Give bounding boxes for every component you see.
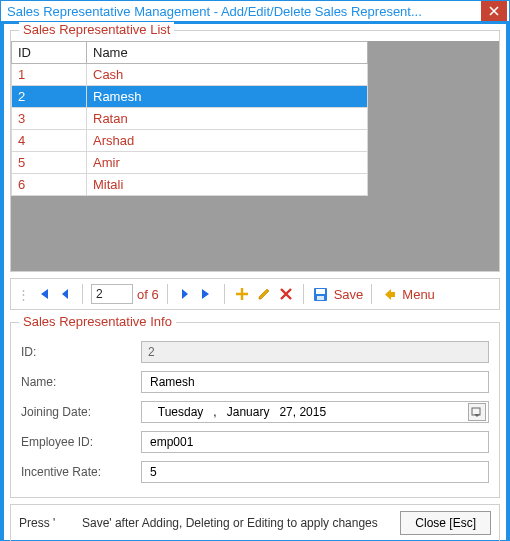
window-title: Sales Representative Management - Add/Ed… bbox=[7, 4, 422, 19]
delete-icon bbox=[279, 287, 293, 301]
floppy-icon bbox=[313, 287, 328, 302]
edit-button[interactable] bbox=[255, 285, 273, 303]
name-field[interactable] bbox=[141, 371, 489, 393]
svg-rect-4 bbox=[472, 408, 480, 415]
back-arrow-icon bbox=[382, 287, 397, 302]
delete-button[interactable] bbox=[277, 285, 295, 303]
cell-name[interactable]: Cash bbox=[87, 64, 368, 86]
cell-id[interactable]: 5 bbox=[12, 152, 87, 174]
cell-id[interactable]: 2 bbox=[12, 86, 87, 108]
svg-rect-1 bbox=[316, 289, 325, 294]
table-row[interactable]: 2Ramesh bbox=[12, 86, 368, 108]
cell-name[interactable]: Amir bbox=[87, 152, 368, 174]
cell-name[interactable]: Arshad bbox=[87, 130, 368, 152]
grip-icon: ⋮ bbox=[17, 287, 30, 302]
rep-info-caption: Sales Representative Info bbox=[19, 314, 176, 329]
id-label: ID: bbox=[21, 345, 141, 359]
next-icon bbox=[179, 288, 191, 300]
rep-list-caption: Sales Representative List bbox=[19, 22, 174, 37]
id-value: 2 bbox=[148, 345, 155, 359]
titlebar: Sales Representative Management - Add/Ed… bbox=[1, 1, 509, 21]
close-icon bbox=[489, 6, 499, 16]
close-esc-button[interactable]: Close [Esc] bbox=[400, 511, 491, 535]
incentive-input[interactable] bbox=[148, 464, 482, 480]
toolbar-divider bbox=[371, 284, 372, 304]
datepicker-button[interactable] bbox=[468, 403, 486, 421]
cell-id[interactable]: 1 bbox=[12, 64, 87, 86]
menu-icon-button[interactable] bbox=[380, 285, 398, 303]
status-bar: Press ' Save' after Adding, Deleting or … bbox=[10, 504, 500, 541]
rep-list-group: Sales Representative List ID Name 1Cash2… bbox=[10, 30, 500, 272]
save-icon-button[interactable] bbox=[312, 285, 330, 303]
cell-id[interactable]: 3 bbox=[12, 108, 87, 130]
cell-name[interactable]: Ratan bbox=[87, 108, 368, 130]
save-label[interactable]: Save bbox=[334, 287, 364, 302]
nav-last-button[interactable] bbox=[198, 285, 216, 303]
name-label: Name: bbox=[21, 375, 141, 389]
incentive-field[interactable] bbox=[141, 461, 489, 483]
prev-icon bbox=[59, 288, 71, 300]
empid-field[interactable] bbox=[141, 431, 489, 453]
status-hint: Press ' Save' after Adding, Deleting or … bbox=[19, 516, 378, 530]
add-button[interactable] bbox=[233, 285, 251, 303]
client-area: Sales Representative List ID Name 1Cash2… bbox=[1, 21, 509, 541]
page-input[interactable] bbox=[91, 284, 133, 304]
toolbar-divider bbox=[303, 284, 304, 304]
rep-info-group: Sales Representative Info ID: 2 Name: Jo… bbox=[10, 322, 500, 498]
svg-rect-2 bbox=[317, 296, 324, 300]
toolbar-divider bbox=[82, 284, 83, 304]
id-field: 2 bbox=[141, 341, 489, 363]
record-navigator: ⋮ of 6 bbox=[10, 278, 500, 310]
col-name-header[interactable]: Name bbox=[87, 42, 368, 64]
menu-label[interactable]: Menu bbox=[402, 287, 435, 302]
table-row[interactable]: 5Amir bbox=[12, 152, 368, 174]
svg-rect-3 bbox=[390, 292, 395, 297]
plus-icon bbox=[235, 287, 249, 301]
table-row[interactable]: 3Ratan bbox=[12, 108, 368, 130]
pencil-icon bbox=[257, 287, 271, 301]
toolbar-divider bbox=[167, 284, 168, 304]
col-id-header[interactable]: ID bbox=[12, 42, 87, 64]
first-icon bbox=[36, 287, 50, 301]
calendar-dropdown-icon bbox=[471, 406, 483, 418]
page-of-label: of 6 bbox=[137, 287, 159, 302]
cell-name[interactable]: Ramesh bbox=[87, 86, 368, 108]
window-close-button[interactable] bbox=[481, 1, 507, 21]
table-row[interactable]: 1Cash bbox=[12, 64, 368, 86]
cell-id[interactable]: 6 bbox=[12, 174, 87, 196]
nav-first-button[interactable] bbox=[34, 285, 52, 303]
cell-name[interactable]: Mitali bbox=[87, 174, 368, 196]
table-row[interactable]: 4Arshad bbox=[12, 130, 368, 152]
joining-value[interactable]: Tuesday , January 27, 2015 bbox=[148, 405, 326, 419]
rep-table[interactable]: ID Name 1Cash2Ramesh3Ratan4Arshad5Amir6M… bbox=[11, 41, 368, 196]
name-input[interactable] bbox=[148, 374, 482, 390]
cell-id[interactable]: 4 bbox=[12, 130, 87, 152]
app-window: Sales Representative Management - Add/Ed… bbox=[0, 0, 510, 541]
joining-label: Joining Date: bbox=[21, 405, 141, 419]
last-icon bbox=[200, 287, 214, 301]
table-row[interactable]: 6Mitali bbox=[12, 174, 368, 196]
empid-input[interactable] bbox=[148, 434, 482, 450]
nav-prev-button[interactable] bbox=[56, 285, 74, 303]
rep-list-area[interactable]: ID Name 1Cash2Ramesh3Ratan4Arshad5Amir6M… bbox=[11, 41, 499, 271]
incentive-label: Incentive Rate: bbox=[21, 465, 141, 479]
empid-label: Employee ID: bbox=[21, 435, 141, 449]
nav-next-button[interactable] bbox=[176, 285, 194, 303]
joining-field[interactable]: Tuesday , January 27, 2015 bbox=[141, 401, 489, 423]
toolbar-divider bbox=[224, 284, 225, 304]
